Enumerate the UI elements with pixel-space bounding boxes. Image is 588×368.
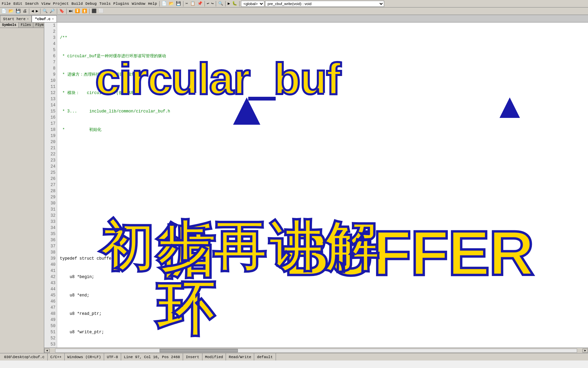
toolbar-row-1: File Edit Search View Project Build Debu… xyxy=(0,0,588,7)
code-line-12 xyxy=(60,237,587,243)
status-bar: 030\Desktop\cbuf.c C/C++ Windows (CR+LF)… xyxy=(0,353,588,361)
toolbar-row-2: 📄 📂 💾 🖨 ◀ ▶ 🔍 🔎 🔖 ⏭ ⏬ ⏫ ⬛ ⬜ xyxy=(0,7,588,15)
print-icon[interactable]: 🖨 xyxy=(22,8,28,14)
sep-c xyxy=(57,9,57,14)
separator-2 xyxy=(183,1,183,6)
scrollbar-track[interactable] xyxy=(55,349,577,353)
code-line-1: /** xyxy=(60,35,587,41)
editor-area[interactable]: 12345 678910 1112131415 1617181920 21222… xyxy=(44,22,588,353)
menu-tools[interactable]: Tools xyxy=(98,1,112,6)
toggle-breakpoint-icon[interactable]: ⬛ xyxy=(91,8,97,14)
code-line-16: u8 *read_ptr; xyxy=(60,311,587,317)
sidebar-tabs: Symbols Files FSym xyxy=(0,22,44,28)
hscrollbar[interactable]: ◀ ▶ xyxy=(44,348,588,353)
tab-cbuf-c[interactable]: *cbuf.c ✕ xyxy=(32,15,57,22)
code-line-6: * 初始化 xyxy=(60,127,587,133)
code-line-4: * 模块： circular_buf(循环BUF) xyxy=(60,90,587,96)
debug-icon[interactable]: 🐛 xyxy=(231,1,238,6)
sep-b xyxy=(40,9,40,14)
tab-start-here-label: Start here xyxy=(3,17,26,21)
code-line-2: * circular_buf是一种对缓存进行环形读写管理的驱动 xyxy=(60,53,587,59)
zoomin-icon[interactable]: 🔍 xyxy=(42,8,48,14)
menu-debug[interactable]: Debug xyxy=(84,1,98,6)
tab-cbuf-c-label: *cbuf.c xyxy=(35,17,50,21)
sep-e xyxy=(89,9,89,14)
code-line-10 xyxy=(60,200,587,206)
scroll-right-btn[interactable]: ▶ xyxy=(583,349,588,353)
save-all-icon[interactable]: 💾 xyxy=(15,8,21,14)
sidebar-tab-files[interactable]: Files xyxy=(19,22,33,28)
code-line-8 xyxy=(60,164,587,170)
menu-build[interactable]: Build xyxy=(70,1,84,6)
code-line-13: typedef struct cbuffer { xyxy=(60,256,587,262)
forward-icon[interactable]: ▶ xyxy=(35,8,39,14)
sidebar: Symbols Files FSym xyxy=(0,22,44,353)
tab-start-here[interactable]: Start here ✕ xyxy=(0,15,32,22)
code-container: 12345 678910 1112131415 1617181920 21222… xyxy=(44,22,588,353)
scrollbar-thumb[interactable] xyxy=(160,349,238,352)
status-insert-mode: Insert xyxy=(183,353,202,361)
menu-view[interactable]: View xyxy=(40,1,51,6)
separator-4 xyxy=(216,1,216,6)
step-out-icon[interactable]: ⏫ xyxy=(81,8,88,14)
main-layout: Symbols Files FSym 12345 678910 11121314… xyxy=(0,22,588,353)
menu-file[interactable]: File xyxy=(1,1,12,6)
code-line-5: * 3... include_lib/common/circular_buf.h xyxy=(60,108,587,114)
menu-plugins[interactable]: Plugins xyxy=(112,1,130,6)
back-icon[interactable]: ◀ xyxy=(31,8,34,14)
menu-help[interactable]: Help xyxy=(147,1,158,6)
bookmark-icon[interactable]: 🔖 xyxy=(59,8,65,14)
status-modified: Modified xyxy=(202,353,226,361)
status-line-ending: Windows (CR+LF) xyxy=(65,353,104,361)
new-icon-2[interactable]: 📄 xyxy=(1,8,7,14)
code-line-9 xyxy=(60,182,587,188)
global-dropdown[interactable]: <global> xyxy=(241,1,264,7)
code-line-14: u8 *begin; xyxy=(60,274,587,280)
menu-window[interactable]: Window xyxy=(131,1,146,6)
zoomout-icon[interactable]: 🔎 xyxy=(49,8,55,14)
code-line-11 xyxy=(60,219,587,225)
tab-cbuf-c-close[interactable]: ✕ xyxy=(52,17,54,21)
line-numbers: 12345 678910 1112131415 1617181920 21222… xyxy=(44,22,57,353)
redo-icon[interactable]: ↪ xyxy=(211,1,214,6)
sep-d xyxy=(66,9,67,14)
status-encoding: UTF-8 xyxy=(104,353,121,361)
tab-bar: Start here ✕ *cbuf.c ✕ xyxy=(0,15,588,22)
code-line-17: u8 *write_ptr; xyxy=(60,329,587,335)
remove-breakpoint-icon[interactable]: ⬜ xyxy=(98,8,104,14)
separator-3 xyxy=(205,1,205,6)
status-language: C/C++ xyxy=(48,353,65,361)
build-icon[interactable]: ▶ xyxy=(227,1,231,6)
copy-icon[interactable]: 📋 xyxy=(190,1,196,6)
status-rw-mode: Read/Write xyxy=(226,353,254,361)
tab-start-here-close[interactable]: ✕ xyxy=(27,17,29,21)
code-line-3: * 进缘方：杰理科技-AD应用项目驻发组 xyxy=(60,72,587,78)
undo-icon[interactable]: ↩ xyxy=(206,1,210,6)
separator-5 xyxy=(225,1,226,6)
cut-icon[interactable]: ✂ xyxy=(185,1,189,6)
sep-a xyxy=(29,9,29,14)
step-over-icon[interactable]: ⏭ xyxy=(68,8,74,14)
code-content[interactable]: /** * circular_buf是一种对缓存进行环形读写管理的驱动 * 进缘… xyxy=(59,22,588,353)
status-format: default xyxy=(254,353,276,361)
scroll-left-btn[interactable]: ◀ xyxy=(44,349,50,353)
menu-edit[interactable]: Edit xyxy=(12,1,23,6)
separator-6 xyxy=(239,1,240,6)
code-line-15: u8 *end; xyxy=(60,292,587,298)
search-icon[interactable]: 🔍 xyxy=(217,1,224,6)
sidebar-tab-symbols[interactable]: Symbols xyxy=(0,22,19,28)
new-file-icon[interactable]: 📄 xyxy=(161,1,167,6)
open-icon-2[interactable]: 📂 xyxy=(8,8,14,14)
step-into-icon[interactable]: ⏬ xyxy=(74,8,81,14)
save-icon[interactable]: 💾 xyxy=(175,1,182,6)
menu-project[interactable]: Project xyxy=(52,1,70,6)
status-position: Line 97, Col 16, Pos 2468 xyxy=(121,353,183,361)
menu-search[interactable]: Search xyxy=(24,1,40,6)
separator-1 xyxy=(159,1,160,6)
code-line-7 xyxy=(60,145,587,151)
status-filepath: 030\Desktop\cbuf.c xyxy=(1,353,48,361)
function-dropdown[interactable]: pre_cbuf_write(void) : void xyxy=(265,1,384,7)
paste-icon[interactable]: 📌 xyxy=(197,1,203,6)
open-icon[interactable]: 📂 xyxy=(168,1,175,6)
